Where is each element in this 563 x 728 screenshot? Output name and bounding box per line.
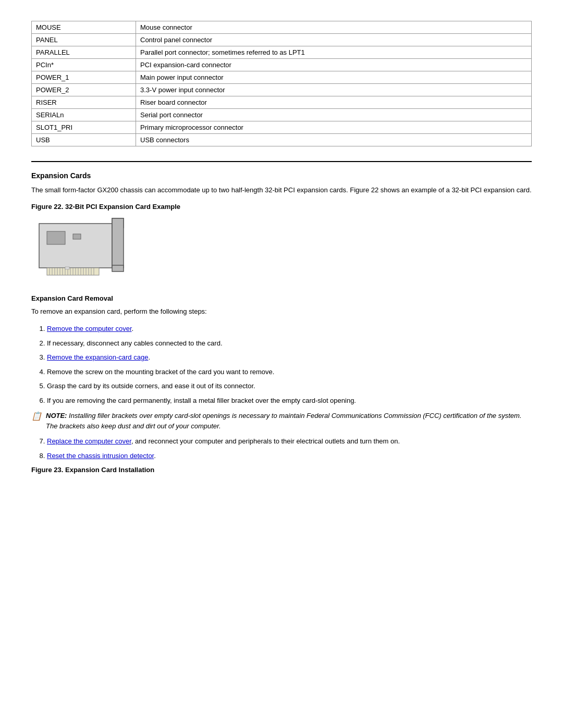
expansion-cards-section: Expansion Cards The small form-factor GX…: [31, 171, 532, 474]
steps-intro: To remove an expansion card, perform the…: [31, 306, 532, 317]
remove-expansion-card-cage-link[interactable]: Remove the expansion-card cage: [47, 353, 148, 361]
svg-rect-23: [65, 267, 69, 269]
connector-name: RISER: [32, 96, 136, 109]
svg-rect-24: [47, 231, 65, 244]
connector-description: Serial port connector: [136, 109, 532, 121]
connector-name: PCIn*: [32, 59, 136, 71]
table-bottom-rule: [31, 161, 532, 162]
reset-chassis-intrusion-link[interactable]: Reset the chassis intrusion detector: [47, 452, 154, 460]
connector-description: 3.3-V power input connector: [136, 84, 532, 96]
note-box: 📋 NOTE: Installing filler brackets over …: [31, 411, 532, 431]
connector-description: Control panel connector: [136, 34, 532, 46]
svg-rect-2: [112, 218, 124, 268]
connector-description: Riser board connector: [136, 96, 532, 109]
remove-computer-cover-link[interactable]: Remove the computer cover: [47, 325, 132, 332]
figure23-caption: Figure 23. Expansion Card Installation: [31, 466, 532, 474]
step-3: Remove the expansion-card cage.: [47, 352, 532, 363]
svg-rect-0: [39, 224, 112, 268]
connector-name: POWER_2: [32, 84, 136, 96]
svg-rect-25: [73, 234, 81, 239]
connector-name: MOUSE: [32, 21, 136, 34]
connector-name: PARALLEL: [32, 46, 136, 59]
removal-steps-list: Remove the computer cover. If necessary,…: [47, 324, 532, 405]
replace-computer-cover-link[interactable]: Replace the computer cover: [47, 437, 131, 445]
connector-description: Main power input connector: [136, 71, 532, 84]
connector-table: MOUSEMouse connectorPANELControl panel c…: [31, 21, 532, 146]
connector-name: SERIALn: [32, 109, 136, 121]
connector-name: PANEL: [32, 34, 136, 46]
step-6: If you are removing the card permanently…: [47, 396, 532, 406]
step-4: Remove the screw on the mounting bracket…: [47, 367, 532, 377]
connector-description: USB connectors: [136, 134, 532, 146]
step-1: Remove the computer cover.: [47, 324, 532, 334]
figure22-caption: Figure 22. 32-Bit PCI Expansion Card Exa…: [31, 203, 532, 211]
connector-name: USB: [32, 134, 136, 146]
step-7: Replace the computer cover, and reconnec…: [47, 436, 532, 447]
expansion-cards-heading: Expansion Cards: [31, 171, 532, 180]
removal-steps-list-continued: Replace the computer cover, and reconnec…: [47, 436, 532, 461]
connector-name: POWER_1: [32, 71, 136, 84]
note-icon: 📋: [31, 411, 42, 421]
connector-description: Parallel port connector; sometimes refer…: [136, 46, 532, 59]
step-8: Reset the chassis intrusion detector.: [47, 451, 532, 461]
svg-rect-3: [112, 265, 124, 272]
expansion-card-removal-heading: Expansion Card Removal: [31, 294, 532, 302]
expansion-cards-body: The small form-factor GX200 chassis can …: [31, 185, 532, 195]
connector-description: PCI expansion-card connector: [136, 59, 532, 71]
note-text: NOTE: Installing filler brackets over em…: [46, 411, 532, 431]
step-2: If necessary, disconnect any cables conn…: [47, 338, 532, 349]
connector-description: Primary microprocessor connector: [136, 121, 532, 134]
step-5: Grasp the card by its outside corners, a…: [47, 381, 532, 391]
connector-name: SLOT1_PRI: [32, 121, 136, 134]
figure22-illustration: [36, 216, 128, 283]
connector-description: Mouse connector: [136, 21, 532, 34]
